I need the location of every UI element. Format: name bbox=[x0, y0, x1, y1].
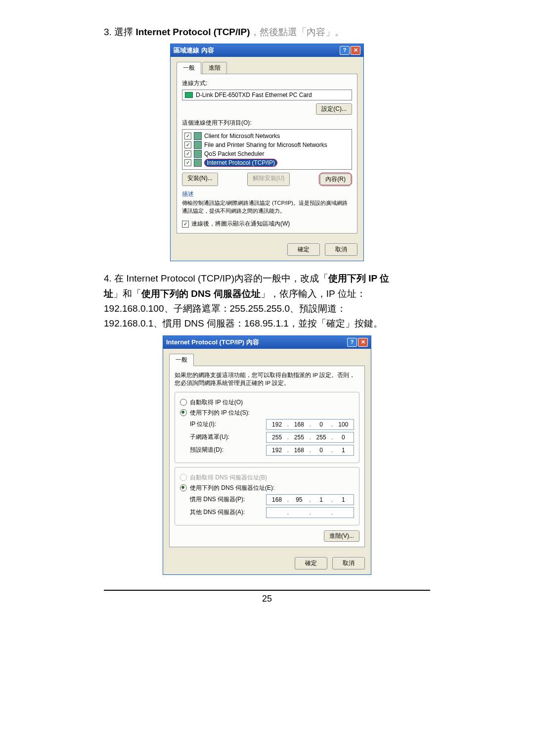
checkbox-icon[interactable] bbox=[182, 221, 189, 228]
properties-button[interactable]: 內容(R) bbox=[320, 174, 351, 185]
dialog2-note: 如果您的網路支援這項功能，您可以取得自動指派的 IP 設定。否則，您必須詢問網路… bbox=[175, 371, 359, 387]
row-dns1: 慣用 DNS 伺服器(P): 168. 95. 1. 1 bbox=[190, 494, 354, 505]
help-icon[interactable]: ? bbox=[340, 46, 350, 55]
uses-items-label: 這個連線使用下列項目(O): bbox=[182, 119, 352, 127]
nic-icon bbox=[185, 92, 193, 98]
uninstall-button: 解除安裝(U) bbox=[247, 173, 290, 186]
row-mask: 子網路遮罩(U): 255. 255. 255. 0 bbox=[190, 432, 354, 443]
dns1-label: 慣用 DNS 伺服器(P): bbox=[190, 495, 262, 504]
tab-general[interactable]: 一般 bbox=[177, 62, 201, 74]
properties-highlight: 內容(R) bbox=[319, 173, 352, 186]
advanced-button[interactable]: 進階(V)... bbox=[324, 530, 359, 542]
lan-properties-dialog: 區域連線 內容 ? ✕ 一般 進階 連線方式: D-Link DFE-650TX… bbox=[170, 44, 364, 261]
tab-general[interactable]: 一般 bbox=[169, 354, 194, 366]
show-icon-label: 連線後，將圖示顯示在通知區域內(W) bbox=[191, 220, 290, 228]
desc-title: 描述 bbox=[182, 190, 352, 198]
gw-input[interactable]: 192. 168. 0. 1 bbox=[266, 445, 354, 456]
radio-icon[interactable] bbox=[180, 484, 187, 491]
install-button[interactable]: 安裝(N)... bbox=[182, 173, 218, 186]
dialog1-title: 區域連線 內容 bbox=[174, 46, 214, 55]
tab-advanced[interactable]: 進階 bbox=[202, 62, 227, 74]
mask-input[interactable]: 255. 255. 255. 0 bbox=[266, 432, 354, 443]
list-item[interactable]: Client for Microsoft Networks bbox=[184, 132, 350, 141]
list-item[interactable]: File and Printer Sharing for Microsoft N… bbox=[184, 141, 350, 149]
checkbox-icon[interactable] bbox=[184, 133, 191, 140]
component-icon bbox=[194, 132, 202, 140]
cancel-button[interactable]: 取消 bbox=[325, 243, 357, 256]
step4-text: 4. 在 Internet Protocol (TCP/IP)內容的一般中，改成… bbox=[104, 271, 430, 331]
row-dns2: 其他 DNS 伺服器(A): . . . bbox=[190, 507, 354, 518]
dns-group: 自動取得 DNS 伺服器位址(B) 使用下列的 DNS 伺服器位址(E): 慣用… bbox=[175, 467, 359, 525]
dialog2-title: Internet Protocol (TCP/IP) 內容 bbox=[166, 338, 259, 347]
radio-auto-dns: 自動取得 DNS 伺服器位址(B) bbox=[180, 473, 354, 482]
close-icon[interactable]: ✕ bbox=[351, 46, 360, 55]
item-1: File and Printer Sharing for Microsoft N… bbox=[204, 142, 327, 148]
item-0: Client for Microsoft Networks bbox=[204, 133, 280, 140]
dialog1-titlebar: 區域連線 內容 ? ✕ bbox=[171, 44, 363, 57]
footer-rule bbox=[104, 590, 430, 591]
step3-bold: Internet Protocol (TCP/IP) bbox=[135, 27, 250, 37]
radio-auto-ip[interactable]: 自動取得 IP 位址(O) bbox=[180, 398, 354, 407]
mask-label: 子網路遮罩(U): bbox=[190, 433, 262, 441]
show-icon-row[interactable]: 連線後，將圖示顯示在通知區域內(W) bbox=[182, 220, 352, 228]
ok-button[interactable]: 確定 bbox=[287, 243, 320, 256]
row-gateway: 預設閘道(D): 192. 168. 0. 1 bbox=[190, 445, 354, 456]
item-3: Internet Protocol (TCP/IP) bbox=[204, 159, 277, 167]
configure-button[interactable]: 設定(C)... bbox=[316, 103, 352, 115]
dialog2-tabstrip: 一般 bbox=[169, 354, 365, 366]
dns1-input[interactable]: 168. 95. 1. 1 bbox=[266, 494, 354, 505]
checkbox-icon[interactable] bbox=[184, 150, 191, 157]
step3-suffix: ，然後點選「內容」。 bbox=[250, 27, 344, 37]
ip-label: IP 位址(I): bbox=[190, 420, 262, 428]
conn-method-label: 連線方式: bbox=[182, 79, 352, 88]
component-icon bbox=[194, 141, 202, 149]
radio-icon bbox=[180, 474, 187, 481]
radio-icon[interactable] bbox=[180, 409, 187, 416]
tcpip-properties-dialog: Internet Protocol (TCP/IP) 內容 ? ✕ 一般 如果您… bbox=[163, 335, 371, 575]
gw-label: 預設閘道(D): bbox=[190, 446, 262, 454]
item-2: QoS Packet Scheduler bbox=[204, 150, 264, 157]
step3-prefix: 3. 選擇 bbox=[104, 27, 135, 37]
help-icon[interactable]: ? bbox=[347, 338, 357, 347]
protocol-listbox[interactable]: Client for Microsoft Networks File and P… bbox=[182, 129, 352, 170]
row-ip: IP 位址(I): 192. 168. 0. 100 bbox=[190, 419, 354, 430]
radio-use-ip[interactable]: 使用下列的 IP 位址(S): bbox=[180, 409, 354, 417]
ok-button[interactable]: 確定 bbox=[295, 557, 327, 569]
dns2-input[interactable]: . . . bbox=[266, 507, 354, 518]
dns2-label: 其他 DNS 伺服器(A): bbox=[190, 508, 262, 517]
ip-group: 自動取得 IP 位址(O) 使用下列的 IP 位址(S): IP 位址(I): … bbox=[175, 392, 359, 463]
cancel-button[interactable]: 取消 bbox=[332, 557, 365, 569]
component-icon bbox=[194, 159, 202, 167]
radio-icon[interactable] bbox=[180, 399, 187, 406]
adapter-row: D-Link DFE-650TXD Fast Ethernet PC Card bbox=[182, 90, 352, 100]
desc-text: 傳輸控制通訊協定/網際網路通訊協定 (TCP/IP)。這是預設的廣域網路通訊協定… bbox=[182, 199, 352, 215]
list-item-selected[interactable]: Internet Protocol (TCP/IP) bbox=[184, 158, 350, 167]
adapter-name: D-Link DFE-650TXD Fast Ethernet PC Card bbox=[196, 92, 312, 98]
close-icon[interactable]: ✕ bbox=[358, 338, 368, 347]
component-icon bbox=[194, 150, 202, 158]
checkbox-icon[interactable] bbox=[184, 159, 191, 166]
dialog2-titlebar: Internet Protocol (TCP/IP) 內容 ? ✕ bbox=[163, 336, 371, 349]
step3-text: 3. 選擇 Internet Protocol (TCP/IP)，然後點選「內容… bbox=[104, 25, 430, 40]
list-item[interactable]: QoS Packet Scheduler bbox=[184, 149, 350, 158]
radio-use-dns[interactable]: 使用下列的 DNS 伺服器位址(E): bbox=[180, 484, 354, 492]
checkbox-icon[interactable] bbox=[184, 142, 191, 148]
dialog1-tabstrip: 一般 進階 bbox=[177, 62, 357, 74]
page-number: 25 bbox=[104, 594, 430, 604]
ip-input[interactable]: 192. 168. 0. 100 bbox=[266, 419, 354, 430]
description-box: 描述 傳輸控制通訊協定/網際網路通訊協定 (TCP/IP)。這是預設的廣域網路通… bbox=[182, 190, 352, 215]
